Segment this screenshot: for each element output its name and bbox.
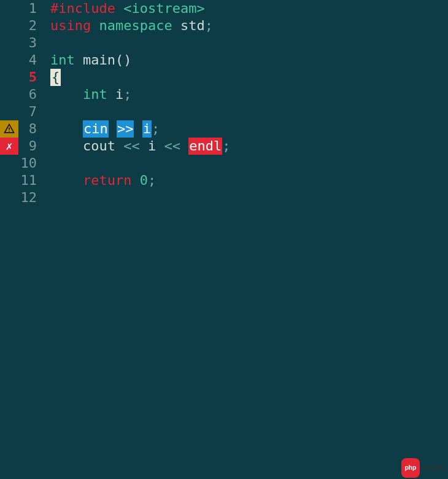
code-editor[interactable]: 1 2 3 4 5 6 7: [0, 0, 448, 479]
error-highlight: endl: [188, 138, 222, 155]
function-token: main: [83, 52, 115, 69]
code-line-active[interactable]: {: [50, 69, 448, 86]
identifier-token: std: [180, 17, 205, 34]
identifier-token: i: [115, 86, 123, 103]
line-number: 6: [18, 86, 43, 103]
punct-token: ;: [148, 172, 156, 189]
marker-col: [0, 34, 18, 52]
svg-point-1: [9, 131, 10, 132]
punct-token: ;: [222, 138, 230, 155]
line-number: 12: [18, 189, 43, 206]
marker-col: [0, 172, 18, 189]
marker-col: [0, 52, 18, 69]
warning-icon: [4, 123, 15, 134]
namespace-token: namespace: [99, 17, 172, 34]
paren-token: (): [115, 52, 132, 69]
line-number: 3: [18, 34, 43, 52]
operator-token: <<: [123, 138, 140, 155]
number-token: 0: [140, 172, 148, 189]
error-marker[interactable]: ✗: [0, 138, 18, 155]
error-icon: ✗: [6, 138, 13, 155]
marker-col: [0, 189, 18, 206]
line-number: 11: [18, 172, 43, 189]
line-number: 9: [18, 138, 43, 155]
line-number: 2: [18, 17, 43, 34]
code-line[interactable]: cout << i << endl;: [50, 138, 448, 155]
indent: [50, 138, 83, 155]
selection-highlight: >>: [117, 120, 134, 138]
indent: [50, 120, 83, 138]
selection-highlight: cin: [83, 120, 109, 138]
code-line[interactable]: [50, 103, 448, 120]
line-number-active: 5: [18, 69, 43, 86]
keyword-token: using: [50, 17, 91, 34]
line-number: 7: [18, 103, 43, 120]
indent: [50, 172, 83, 189]
code-area[interactable]: #include <iostream> using namespace std;…: [49, 0, 448, 479]
watermark-badge: php: [401, 458, 420, 478]
code-line[interactable]: cin >> i;: [50, 120, 448, 138]
code-line[interactable]: [50, 155, 448, 172]
code-line[interactable]: [50, 34, 448, 52]
line-number: 8: [18, 120, 43, 138]
keyword-token: return: [83, 172, 131, 189]
marker-col: [0, 0, 18, 17]
gutter: 1 2 3 4 5 6 7: [0, 0, 49, 479]
include-target: <iostream>: [123, 0, 204, 17]
preprocessor-token: #include: [50, 0, 115, 17]
code-line[interactable]: using namespace std;: [50, 17, 448, 34]
type-token: int: [83, 86, 107, 103]
identifier-token: cout: [83, 138, 115, 155]
operator-token: <<: [164, 138, 180, 155]
line-number: 4: [18, 52, 43, 69]
code-line[interactable]: int i;: [50, 86, 448, 103]
code-line[interactable]: return 0;: [50, 172, 448, 189]
watermark-text: 中文网: [422, 459, 444, 477]
warning-marker[interactable]: [0, 120, 18, 138]
identifier-token: i: [148, 138, 156, 155]
code-line[interactable]: #include <iostream>: [50, 0, 448, 17]
marker-col: [0, 69, 18, 86]
line-number: 1: [18, 0, 43, 17]
marker-col: [0, 155, 18, 172]
punct-token: ;: [205, 17, 213, 34]
punct-token: ;: [123, 86, 131, 103]
indent: [50, 86, 83, 103]
watermark: php 中文网: [401, 458, 444, 478]
code-line[interactable]: [50, 189, 448, 206]
line-number: 10: [18, 155, 43, 172]
selection-highlight: i: [142, 120, 152, 138]
code-line[interactable]: int main(): [50, 52, 448, 69]
marker-col: [0, 17, 18, 34]
marker-col: [0, 103, 18, 120]
type-token: int: [50, 52, 75, 69]
cursor-brace: {: [50, 69, 61, 86]
punct-token: ;: [152, 120, 160, 138]
marker-col: [0, 86, 18, 103]
